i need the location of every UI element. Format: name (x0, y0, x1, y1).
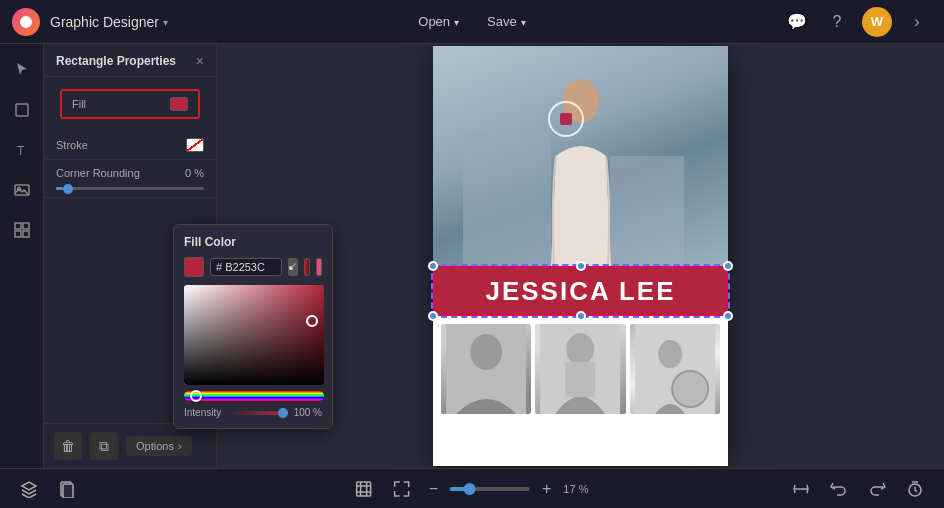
more-button[interactable]: › (902, 7, 932, 37)
intensity-thumb[interactable] (278, 408, 288, 418)
preset2-button[interactable] (316, 258, 322, 276)
fit-button[interactable] (387, 474, 417, 504)
properties-bottom: 🗑 ⧉ Options › (44, 423, 216, 468)
properties-close-button[interactable]: × (196, 54, 204, 68)
move-handle[interactable] (548, 101, 584, 137)
tool-cursor[interactable] (6, 54, 38, 86)
corner-rounding-section: Corner Rounding 0 % (44, 160, 216, 198)
hue-slider[interactable] (184, 391, 324, 401)
delete-button[interactable]: 🗑 (54, 432, 82, 460)
stroke-swatch[interactable] (186, 138, 204, 152)
handle-tc[interactable] (576, 261, 586, 271)
corner-rounding-thumb[interactable] (63, 184, 73, 194)
svg-rect-4 (15, 223, 21, 229)
zoom-in-button[interactable]: + (538, 478, 555, 500)
zoom-minus-icon: − (429, 480, 438, 497)
color-cursor[interactable] (306, 315, 318, 327)
topbar: Graphic Designer Open Save 💬 ? W › (0, 0, 944, 44)
pages-button[interactable] (52, 474, 82, 504)
save-button[interactable]: Save (477, 10, 536, 33)
name-text: JESSICA LEE (485, 276, 675, 307)
options-button[interactable]: Options › (126, 436, 192, 456)
tool-shape[interactable] (6, 94, 38, 126)
handle-bl[interactable] (428, 311, 438, 321)
hex-input[interactable] (210, 258, 282, 276)
layers-button[interactable] (14, 474, 44, 504)
handle-br[interactable] (723, 311, 733, 321)
zoom-out-button[interactable]: − (425, 478, 442, 500)
open-label: Open (418, 14, 450, 29)
handle-bc[interactable] (576, 311, 586, 321)
color-preview-swatch[interactable] (184, 257, 204, 277)
svg-rect-6 (15, 231, 21, 237)
intensity-slider[interactable] (227, 411, 287, 415)
color-gradient-area[interactable] (184, 285, 324, 385)
svg-rect-0 (16, 104, 28, 116)
hex-row (184, 257, 322, 277)
properties-header: Rectangle Properties × (44, 44, 216, 77)
comment-button[interactable]: 💬 (782, 7, 812, 37)
tool-grid[interactable] (6, 214, 38, 246)
canvas-top-photo (433, 46, 728, 266)
name-bar-container: JESSICA LEE (433, 266, 728, 316)
color-picker-popup: Fill Color Intensity 100 % (173, 224, 333, 429)
fill-section: Fill (44, 77, 216, 131)
building-2 (610, 156, 684, 266)
photo-child-1 (441, 324, 531, 414)
photo-child-3 (630, 324, 720, 414)
photos-row (433, 316, 728, 422)
save-label: Save (487, 14, 517, 29)
corner-rounding-slider[interactable] (56, 187, 204, 190)
app-title: Graphic Designer (50, 14, 159, 30)
svg-rect-15 (565, 362, 595, 397)
preset1-button[interactable] (304, 258, 310, 276)
corner-value: 0 % (185, 167, 204, 179)
corner-rounding-fill (56, 187, 63, 190)
fill-label: Fill (72, 98, 86, 110)
topbar-center-actions: Open Save (408, 10, 535, 33)
zoom-slider[interactable] (450, 487, 530, 491)
left-sidebar: T (0, 44, 44, 468)
fill-row[interactable]: Fill (60, 89, 200, 119)
app-logo (12, 8, 40, 36)
flip-button[interactable] (786, 474, 816, 504)
intensity-label: Intensity (184, 407, 221, 418)
duplicate-button[interactable]: ⧉ (90, 432, 118, 460)
svg-point-18 (672, 371, 708, 407)
zoom-slider-thumb[interactable] (464, 483, 476, 495)
svg-rect-5 (23, 223, 29, 229)
frame-button[interactable] (349, 474, 379, 504)
open-button[interactable]: Open (408, 10, 469, 33)
name-bar[interactable]: JESSICA LEE (433, 266, 728, 316)
intensity-row: Intensity 100 % (184, 407, 322, 418)
move-handle-inner (560, 113, 572, 125)
avatar[interactable]: W (862, 7, 892, 37)
undo-button[interactable] (824, 474, 854, 504)
eyedropper-button[interactable] (288, 258, 298, 276)
tool-text[interactable]: T (6, 134, 38, 166)
gradient-overlay (184, 285, 324, 385)
svg-point-17 (658, 340, 682, 368)
stroke-row[interactable]: Stroke (44, 131, 216, 160)
svg-point-14 (566, 333, 594, 365)
hue-thumb[interactable] (190, 390, 202, 402)
timer-button[interactable] (900, 474, 930, 504)
redo-button[interactable] (862, 474, 892, 504)
handle-tr[interactable] (723, 261, 733, 271)
avatar-letter: W (871, 14, 883, 29)
fill-color-swatch[interactable] (170, 97, 188, 111)
color-picker-title: Fill Color (184, 235, 322, 249)
svg-rect-21 (357, 482, 371, 496)
svg-rect-9 (291, 262, 297, 268)
app-title-chevron[interactable] (163, 16, 168, 28)
bottombar: − + 17 % (0, 468, 944, 508)
svg-point-12 (470, 334, 502, 370)
corner-label: Corner Rounding (56, 167, 140, 179)
intensity-value: 100 % (294, 407, 322, 418)
help-button[interactable]: ? (822, 7, 852, 37)
topbar-right: 💬 ? W › (782, 7, 932, 37)
handle-tl[interactable] (428, 261, 438, 271)
stroke-label: Stroke (56, 139, 88, 151)
tool-image[interactable] (6, 174, 38, 206)
save-chevron (521, 14, 526, 29)
